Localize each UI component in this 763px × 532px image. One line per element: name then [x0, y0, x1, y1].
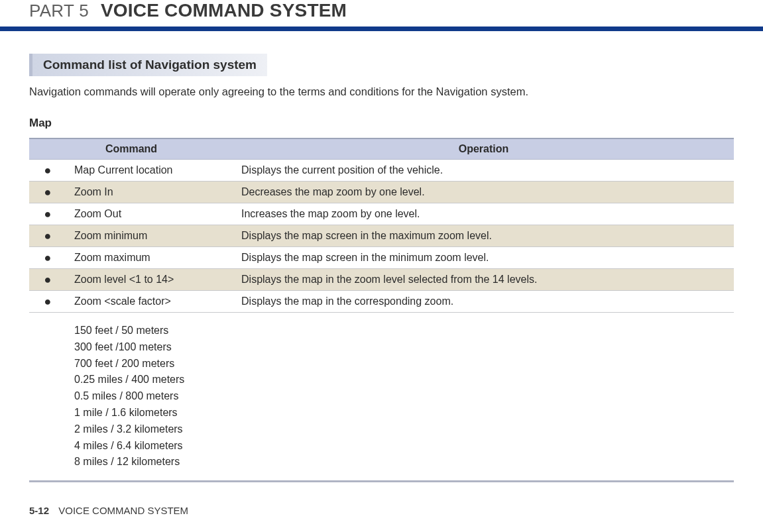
- col-header-command: Command: [29, 138, 233, 160]
- operation-cell: Increases the map zoom by one level.: [233, 203, 734, 225]
- section-note: Navigation commands will operate only ag…: [29, 85, 734, 98]
- page-number: 5-12: [29, 505, 49, 516]
- table-subheading: Map: [29, 117, 734, 130]
- table-row: ●Zoom maximumDisplays the map screen in …: [29, 247, 734, 269]
- bullet-icon: ●: [29, 225, 66, 247]
- table-row: ●Zoom OutIncreases the map zoom by one l…: [29, 203, 734, 225]
- part-title: VOICE COMMAND SYSTEM: [101, 0, 347, 21]
- operation-cell: Decreases the map zoom by one level.: [233, 182, 734, 203]
- operation-cell: Displays the map in the corresponding zo…: [233, 291, 734, 313]
- table-row: ●Zoom level <1 to 14>Displays the map in…: [29, 269, 734, 291]
- bullet-icon: ●: [29, 291, 66, 313]
- section-title-bar: Command list of Navigation system: [29, 54, 267, 76]
- table-row: ●Zoom minimumDisplays the map screen in …: [29, 225, 734, 247]
- operation-cell: Displays the map screen in the minimum z…: [233, 247, 734, 269]
- bullet-icon: [29, 313, 66, 482]
- bullet-icon: ●: [29, 160, 66, 182]
- footer-label: VOICE COMMAND SYSTEM: [58, 505, 188, 516]
- command-cell: Map Current location: [66, 160, 233, 182]
- bullet-icon: ●: [29, 247, 66, 269]
- part-label: PART 5: [29, 1, 89, 21]
- operation-cell: Displays the map in the zoom level selec…: [233, 269, 734, 291]
- col-header-operation: Operation: [233, 138, 734, 160]
- operation-cell: Displays the current position of the veh…: [233, 160, 734, 182]
- bullet-icon: ●: [29, 203, 66, 225]
- table-row: ●Zoom <scale factor>Displays the map in …: [29, 291, 734, 313]
- command-cell: Zoom minimum: [66, 225, 233, 247]
- table-header-row: Command Operation: [29, 138, 734, 160]
- table-row: ●Zoom InDecreases the map zoom by one le…: [29, 182, 734, 203]
- command-cell: Zoom Out: [66, 203, 233, 225]
- operation-cell: [233, 313, 734, 482]
- header-rule: [0, 27, 763, 31]
- page-footer: 5-12 VOICE COMMAND SYSTEM: [29, 505, 188, 516]
- table-row: ●Map Current locationDisplays the curren…: [29, 160, 734, 182]
- command-cell: Zoom <scale factor>: [66, 291, 233, 313]
- operation-cell: Displays the map screen in the maximum z…: [233, 225, 734, 247]
- command-cell: Zoom maximum: [66, 247, 233, 269]
- bullet-icon: ●: [29, 182, 66, 203]
- scale-factor-list: 150 feet / 50 meters 300 feet /100 meter…: [66, 313, 233, 482]
- command-table: Command Operation ●Map Current locationD…: [29, 138, 734, 482]
- command-cell: Zoom In: [66, 182, 233, 203]
- page-header: PART 5 VOICE COMMAND SYSTEM: [29, 0, 734, 31]
- command-cell: Zoom level <1 to 14>: [66, 269, 233, 291]
- bullet-icon: ●: [29, 269, 66, 291]
- table-row: 150 feet / 50 meters 300 feet /100 meter…: [29, 313, 734, 482]
